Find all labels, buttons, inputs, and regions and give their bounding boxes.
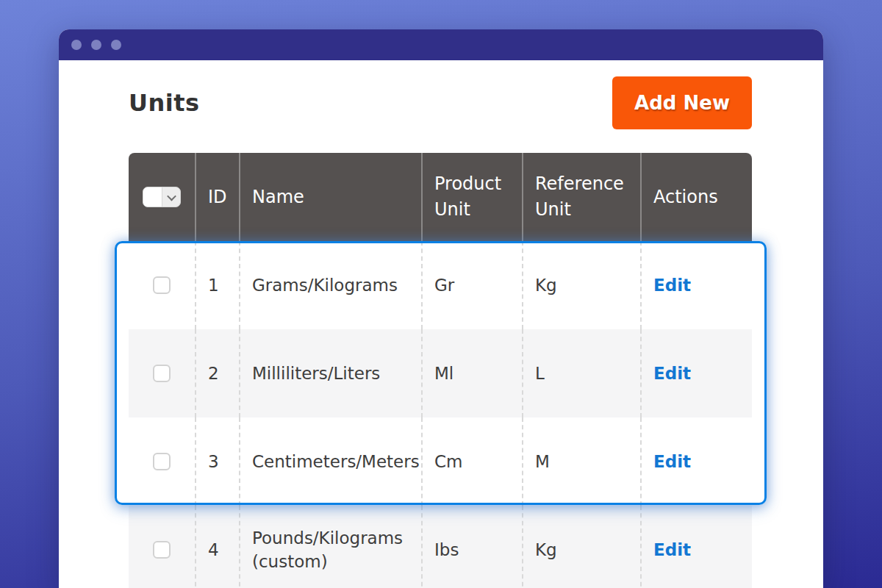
table-header-select-all [129, 153, 195, 241]
cell-name: Pounds/Kilograms (custom) [239, 506, 421, 588]
select-all-checkbox[interactable] [143, 187, 181, 207]
table-header-row: ID Name Product Unit Reference Unit Acti… [129, 153, 752, 241]
window-control-dot [71, 40, 82, 50]
edit-link[interactable]: Edit [653, 273, 691, 297]
cell-actions: Edit [640, 329, 752, 417]
table-row: 1 Grams/Kilograms Gr Kg Edit [129, 241, 752, 329]
window-titlebar [59, 29, 823, 60]
cell-actions: Edit [640, 506, 752, 588]
table-row: 4 Pounds/Kilograms (custom) Ibs Kg Edit [129, 506, 752, 588]
edit-link[interactable]: Edit [653, 362, 691, 385]
column-header-actions: Actions [640, 153, 752, 241]
units-table: ID Name Product Unit Reference Unit Acti… [129, 153, 752, 588]
table-body: 1 Grams/Kilograms Gr Kg Edit 2 Millilite… [129, 241, 752, 588]
cell-product-unit: Ibs [421, 506, 522, 588]
cell-reference-unit: M [522, 417, 640, 506]
app-window: Units Add New ID Name Product Unit Refer… [59, 29, 823, 588]
edit-link[interactable]: Edit [653, 450, 691, 473]
cell-name: Grams/Kilograms [239, 241, 421, 329]
cell-actions: Edit [640, 417, 752, 506]
cell-name: Milliliters/Liters [239, 329, 421, 417]
page-title: Units [129, 89, 200, 117]
cell-id: 2 [195, 329, 239, 417]
row-checkbox[interactable] [153, 276, 171, 294]
page-content: Units Add New ID Name Product Unit Refer… [59, 60, 823, 588]
edit-link[interactable]: Edit [653, 538, 691, 562]
column-header-product-unit: Product Unit [421, 153, 522, 241]
row-checkbox-cell [129, 329, 195, 417]
window-control-dot [111, 40, 121, 50]
cell-actions: Edit [640, 241, 752, 329]
column-header-id: ID [195, 153, 239, 241]
cell-reference-unit: Kg [522, 506, 640, 588]
cell-name: Centimeters/Meters [239, 417, 421, 506]
column-header-name: Name [239, 153, 421, 241]
cell-id: 4 [195, 506, 239, 588]
row-checkbox[interactable] [153, 453, 171, 470]
cell-id: 1 [195, 241, 239, 329]
row-checkbox-cell [129, 506, 195, 588]
cell-reference-unit: Kg [522, 241, 640, 329]
row-checkbox-cell [129, 417, 195, 506]
table-row: 3 Centimeters/Meters Cm M Edit [129, 417, 752, 506]
row-checkbox[interactable] [153, 365, 171, 382]
window-control-dot [91, 40, 101, 50]
cell-product-unit: Gr [421, 241, 522, 329]
add-new-button[interactable]: Add New [612, 76, 752, 129]
row-checkbox[interactable] [153, 541, 171, 559]
chevron-down-icon [167, 191, 176, 201]
cell-reference-unit: L [522, 329, 640, 417]
select-all-checkbox-box[interactable] [143, 187, 162, 207]
select-all-dropdown[interactable] [162, 187, 180, 207]
cell-product-unit: Cm [421, 417, 522, 506]
cell-product-unit: Ml [421, 329, 522, 417]
row-checkbox-cell [129, 241, 195, 329]
cell-id: 3 [195, 417, 239, 506]
page-header: Units Add New [129, 76, 752, 129]
table-row: 2 Milliliters/Liters Ml L Edit [129, 329, 752, 417]
column-header-reference-unit: Reference Unit [522, 153, 640, 241]
